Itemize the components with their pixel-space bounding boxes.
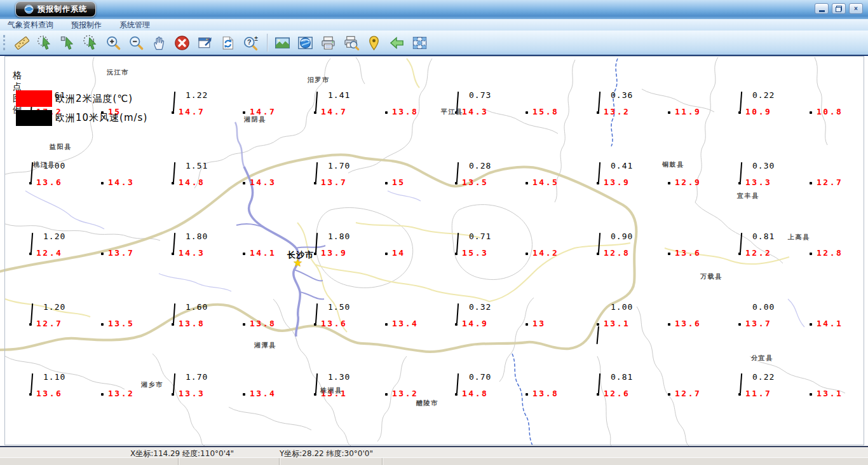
grid-point-dot (101, 182, 104, 184)
wind-speed-value: 0.90 (611, 232, 633, 241)
place-label: 沅江市 (107, 68, 129, 77)
place-label: 万载县 (700, 272, 722, 281)
wind-speed-value: 0.28 (469, 161, 491, 170)
place-label: 铜鼓县 (662, 160, 684, 169)
wind-speed-value: 0.22 (752, 90, 775, 100)
grid-point-dot (810, 182, 812, 184)
grid-point-dot (455, 393, 458, 396)
new-window-tool-button[interactable] (195, 32, 217, 53)
grid-point-dot (810, 393, 812, 396)
placemark-pin-icon (365, 34, 383, 52)
stop-tool-button[interactable] (172, 32, 194, 53)
grid-point-dot (29, 393, 32, 396)
wind-barb-icon (598, 373, 600, 393)
close-icon: × (854, 6, 858, 12)
grid-point-dot (810, 111, 812, 114)
temperature-value: 13 (532, 319, 546, 328)
wind-barb-icon (456, 233, 459, 253)
grid-point-dot (172, 111, 174, 114)
grid-point-dot (668, 393, 670, 396)
grid-point-dot (385, 323, 388, 326)
back-tool-button[interactable] (387, 32, 409, 53)
restore-button[interactable] (832, 3, 846, 14)
select-tool-button[interactable] (58, 32, 79, 53)
grid-point-dot (526, 393, 528, 396)
grid-point-dot (810, 323, 812, 326)
temperature-value: 12.7 (36, 319, 62, 328)
wind-speed-value: 1.60 (186, 302, 208, 312)
legend-label-wind: 欧洲10米风速(m/s) (55, 112, 147, 124)
temperature-value: 14.8 (179, 177, 205, 187)
temperature-value: 14.8 (462, 389, 488, 398)
menu-item-weather-data-query[interactable]: 气象资料查询 (8, 20, 53, 31)
identify-query-tool-button[interactable]: ? ± (241, 32, 262, 53)
menu-item-system-management[interactable]: 系统管理 (119, 20, 150, 31)
window-title-tab[interactable]: 预报制作系统 (15, 1, 96, 17)
pan-hand-icon (151, 34, 168, 52)
back-arrow-icon (388, 34, 405, 52)
grid-point-dot (172, 323, 174, 326)
minimize-button[interactable] (815, 3, 829, 14)
toolbar-grip[interactable] (3, 35, 7, 50)
application-window: 预报制作系统 × 气象资料查询 预报制作 系统管理 (0, 0, 868, 465)
wind-barb-icon (173, 373, 175, 393)
globe-icon (24, 4, 34, 14)
select-circle-icon (36, 34, 53, 52)
wind-barb-icon (173, 303, 175, 323)
wind-barb-icon (740, 92, 742, 111)
export-image-tool-button[interactable] (273, 32, 294, 53)
place-label: 湘乡市 (141, 380, 163, 389)
grid-point-dot (314, 323, 316, 326)
city-star-icon: ★ (293, 256, 302, 269)
zoom-in-tool-button[interactable] (104, 32, 125, 53)
grid-point-dot (597, 393, 599, 396)
wind-barb-icon (740, 233, 742, 253)
placemark-tool-button[interactable] (364, 32, 386, 53)
grid-point-dot (243, 111, 245, 114)
refresh-page-tool-button[interactable] (218, 32, 240, 53)
place-label: 分宜县 (751, 354, 773, 363)
wind-barb-icon (456, 303, 459, 323)
grid-point-dot (314, 393, 316, 396)
toolbar: ? ± (0, 31, 868, 56)
map-tiles-tool-button[interactable] (410, 32, 431, 53)
temperature-value: 13.3 (745, 177, 771, 187)
temperature-value: 13.8 (179, 319, 205, 328)
zoom-out-tool-button[interactable] (126, 32, 148, 53)
temperature-value: 12.7 (817, 177, 843, 187)
grid-point-dot (385, 253, 388, 255)
wind-barb-icon (315, 162, 318, 182)
print-preview-tool-button[interactable] (341, 32, 363, 53)
menu-item-forecast-production[interactable]: 预报制作 (71, 20, 102, 31)
menu-bar: 气象资料查询 预报制作 系统管理 (0, 19, 868, 31)
grid-point-dot (385, 393, 388, 396)
select-circle-tool-button[interactable] (35, 32, 57, 53)
image-icon (274, 34, 291, 52)
wind-speed-value: 0.32 (469, 302, 491, 312)
status-panel-divider (382, 458, 383, 465)
pan-tool-button[interactable] (149, 32, 171, 53)
globe-tool-button[interactable] (295, 32, 317, 53)
temperature-value: 14 (392, 248, 405, 258)
select-area-tool-button[interactable] (81, 32, 102, 53)
wind-speed-value: 0.71 (469, 232, 491, 241)
map-tiles-icon (411, 34, 428, 52)
grid-point-dot (101, 253, 104, 255)
title-bar: 预报制作系统 × (0, 0, 868, 20)
grid-point-dot (668, 323, 670, 326)
wind-speed-value: 1.20 (43, 302, 65, 312)
wind-barb-icon (315, 233, 318, 253)
wind-speed-value: 1.50 (328, 302, 350, 312)
grid-point-dot (738, 253, 741, 255)
legend-swatch-temperature (16, 90, 52, 107)
close-button[interactable]: × (849, 3, 863, 14)
select-arrow-icon (59, 34, 76, 52)
wind-barb-icon (598, 162, 600, 182)
grid-point-dot (243, 323, 245, 326)
print-tool-button[interactable] (318, 32, 340, 53)
window-title: 预报制作系统 (37, 4, 87, 15)
place-label: 汨罗市 (308, 76, 330, 85)
temperature-value: 13.8 (250, 319, 276, 328)
grid-point-dot (314, 111, 316, 114)
measure-tool-button[interactable] (12, 32, 34, 53)
